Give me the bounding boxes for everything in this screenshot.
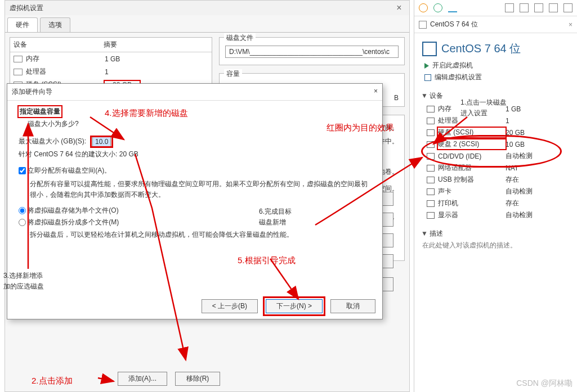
terminal-icon[interactable] [563, 3, 572, 12]
add-hardware-wizard: 添加硬件向导 × 指定磁盘容量 磁盘大小为多少? 最大磁盘大小 (GB)(S):… [7, 83, 383, 319]
ann-3: 3.选择新增添加的应选磁盘 [3, 270, 44, 291]
tab-options[interactable]: 选项 [40, 17, 70, 32]
clock-icon[interactable] [419, 3, 428, 12]
remove-button[interactable]: 移除(R) [175, 372, 220, 386]
add-button[interactable]: 添加(A)... [118, 372, 167, 386]
ann-4: 4.选择需要新增的磁盘 [105, 108, 188, 119]
result-highlight-oval [421, 135, 562, 168]
device-icon [427, 129, 435, 136]
settings-titlebar: 虚拟机设置 × [5, 1, 409, 15]
device-icon [427, 118, 435, 124]
section-description[interactable]: 描述 [421, 229, 570, 238]
close-icon[interactable]: × [393, 3, 405, 13]
tab-hardware[interactable]: 硬件 [7, 17, 38, 32]
device-row[interactable]: 显示器自动检测 [414, 209, 577, 221]
wizard-heading: 指定磁盘容量 [19, 106, 61, 117]
device-icon [427, 106, 435, 112]
col-summary: 摘要 [104, 40, 117, 49]
edit-settings-link[interactable]: 编辑虚拟机设置 [414, 71, 577, 83]
vm-title: CentOS 7 64 位 [414, 33, 577, 60]
layout1-icon[interactable] [505, 3, 514, 12]
memory-icon [14, 56, 23, 62]
vm-library-panel: CentOS 7 64 位 × CentOS 7 64 位 开启此虚拟机 编辑虚… [414, 0, 577, 392]
device-icon [427, 200, 435, 207]
vm-tab-icon [419, 21, 427, 29]
single-file-radio[interactable]: 将虚拟磁盘存储为单个文件(O) [19, 206, 371, 215]
next-button[interactable]: 下一步(N) > [266, 299, 323, 313]
play-icon [424, 63, 429, 69]
toolbar-icons [414, 0, 577, 16]
cpu-icon [14, 69, 23, 75]
edit-icon [424, 74, 431, 81]
ann-6: 6.完成目标磁盘新增 [259, 206, 292, 227]
car-icon[interactable] [448, 3, 457, 12]
device-row[interactable]: 声卡自动检测 [414, 186, 577, 197]
col-device: 设备 [14, 40, 104, 49]
tabs: 硬件 选项 [5, 17, 409, 33]
tab-close-icon[interactable]: × [569, 21, 572, 29]
fullscreen-icon[interactable] [534, 3, 543, 12]
device-icon [427, 188, 435, 195]
device-icon [427, 177, 435, 183]
disk-size-input[interactable]: 10.0 [92, 136, 111, 147]
wizard-sub: 磁盘大小为多少? [28, 119, 371, 129]
device-row[interactable]: 打印机存在 [414, 197, 577, 209]
hw-row-cpu[interactable]: 处理器1 [10, 65, 212, 78]
description-placeholder[interactable]: 在此处键入对该虚拟机的描述。 [422, 241, 569, 250]
layout2-icon[interactable] [520, 3, 529, 12]
group-diskfile: 磁盘文件 D:\VM\_____________________________… [219, 37, 405, 65]
split-icon[interactable] [549, 3, 558, 12]
device-icon [427, 212, 435, 219]
split-file-radio[interactable]: 将虚拟磁盘拆分成多个文件(M) [19, 218, 371, 227]
disk-path[interactable]: D:\VM\______________________________\cen… [225, 46, 399, 58]
power-on-link[interactable]: 开启此虚拟机 [414, 60, 577, 71]
split-desc: 拆分磁盘后，可以更轻松地在计算机之间移动虚拟机，但可能会降低大容量磁盘的性能。 [30, 229, 371, 240]
ann-1: 1.点击一块磁盘进入设置 [460, 97, 507, 118]
ann-5: 5.根据引导完成 [238, 255, 296, 266]
refresh-icon[interactable] [433, 3, 442, 12]
allocate-desc: 分配所有容量可以提高性能，但要求所有物理磁盘空间立即可用。如果不立即分配所有空间… [30, 179, 371, 200]
watermark: CSDN @阿林嘞 [516, 379, 572, 389]
max-size-label: 最大磁盘大小 (GB)(S): [19, 137, 86, 146]
ann-7: 红圈内为目的效果 [326, 123, 394, 133]
size-hint: 针对 CentOS 7 64 位的建议大小: 20 GB [19, 150, 371, 159]
vm-tab[interactable]: CentOS 7 64 位 × [414, 16, 577, 33]
device-row[interactable]: USB 控制器存在 [414, 174, 577, 186]
hw-row-memory[interactable]: 内存1 GB [10, 52, 212, 65]
wizard-title: 添加硬件向导 [12, 87, 52, 97]
vm-big-icon [422, 42, 437, 56]
ann-2: 2.点击添加 [32, 376, 73, 386]
allocate-now-checkbox[interactable]: 立即分配所有磁盘空间(A)。 [19, 166, 371, 175]
settings-title: 虚拟机设置 [10, 3, 43, 13]
cancel-button[interactable]: 取消 [330, 299, 375, 313]
device-icon [427, 165, 435, 172]
back-button[interactable]: < 上一步(B) [202, 299, 258, 313]
wizard-close-icon[interactable]: × [374, 87, 378, 97]
